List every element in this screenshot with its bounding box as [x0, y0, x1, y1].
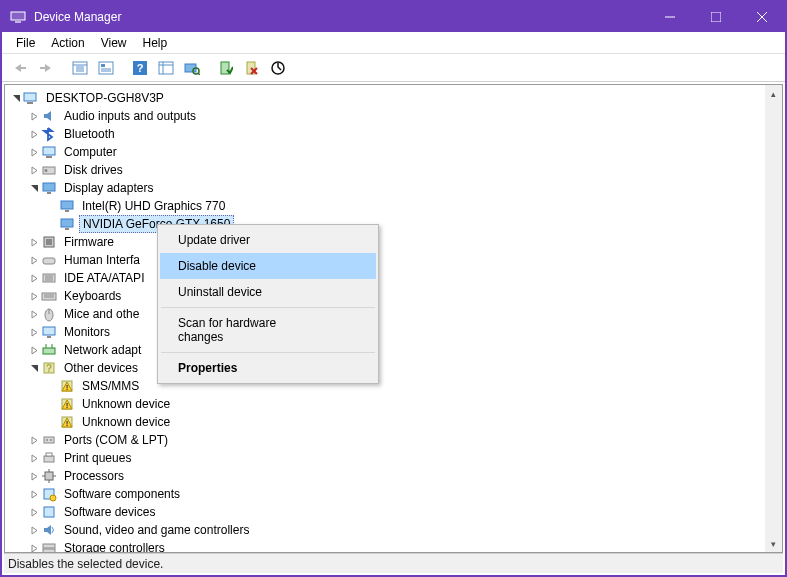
- tree-item-sound-video-and-game-controllers[interactable]: Sound, video and game controllers: [5, 521, 765, 539]
- menu-item-properties[interactable]: Properties: [160, 355, 376, 381]
- help-button[interactable]: ?: [128, 57, 152, 79]
- expand-arrow-icon[interactable]: [27, 163, 41, 177]
- expand-arrow-icon[interactable]: [27, 451, 41, 465]
- bluetooth-icon: [41, 126, 57, 142]
- expand-arrow-icon[interactable]: [27, 145, 41, 159]
- tree-item-print-queues[interactable]: Print queues: [5, 449, 765, 467]
- menu-help[interactable]: Help: [135, 34, 176, 52]
- expand-arrow-icon[interactable]: [27, 253, 41, 267]
- uninstall-device-button[interactable]: [266, 57, 290, 79]
- tree-item-other-devices[interactable]: ?Other devices: [5, 359, 765, 377]
- collapse-arrow-icon[interactable]: [27, 361, 41, 375]
- tree-item-software-devices[interactable]: Software devices: [5, 503, 765, 521]
- audio-icon: [41, 108, 57, 124]
- menu-separator: [161, 307, 375, 308]
- svg-rect-13: [99, 62, 113, 74]
- display-icon: [59, 216, 75, 232]
- expand-arrow-icon[interactable]: [27, 289, 41, 303]
- tree-item-label: Computer: [61, 144, 120, 160]
- expand-arrow-icon[interactable]: [27, 487, 41, 501]
- expand-arrow-icon[interactable]: [27, 469, 41, 483]
- tree-item-unknown-device[interactable]: !Unknown device: [5, 395, 765, 413]
- menu-item-scan-for-hardware-changes[interactable]: Scan for hardware changes: [160, 310, 376, 350]
- close-button[interactable]: [739, 2, 785, 32]
- tree-item-storage-controllers[interactable]: Storage controllers: [5, 539, 765, 552]
- menu-item-uninstall-device[interactable]: Uninstall device: [160, 279, 376, 305]
- display-icon: [41, 180, 57, 196]
- tree-item-root[interactable]: DESKTOP-GGH8V3P: [5, 89, 765, 107]
- warn-icon: !: [59, 414, 75, 430]
- expand-arrow-icon[interactable]: [27, 307, 41, 321]
- tree-item-nvidia-geforce-gtx-1650[interactable]: NVIDIA GeForce GTX 1650: [5, 215, 765, 233]
- tree-item-sms-mms[interactable]: !SMS/MMS: [5, 377, 765, 395]
- scroll-down-button[interactable]: ▾: [765, 535, 782, 552]
- scan-hardware-button[interactable]: [180, 57, 204, 79]
- tree-item-bluetooth[interactable]: Bluetooth: [5, 125, 765, 143]
- svg-rect-6: [20, 67, 26, 69]
- svg-text:!: !: [66, 401, 69, 410]
- menu-item-disable-device[interactable]: Disable device: [160, 253, 376, 279]
- svg-rect-37: [65, 210, 69, 212]
- ports-icon: [41, 432, 57, 448]
- monitor-icon: [41, 324, 57, 340]
- svg-rect-1: [15, 21, 21, 23]
- svg-rect-7: [40, 67, 46, 69]
- tree-item-firmware[interactable]: Firmware: [5, 233, 765, 251]
- svg-rect-3: [711, 12, 721, 22]
- tree-item-audio-inputs-and-outputs[interactable]: Audio inputs and outputs: [5, 107, 765, 125]
- device-tree[interactable]: DESKTOP-GGH8V3PAudio inputs and outputsB…: [5, 85, 765, 552]
- collapse-arrow-icon[interactable]: [9, 91, 23, 105]
- expand-arrow-icon[interactable]: [27, 433, 41, 447]
- scroll-up-button[interactable]: ▴: [765, 85, 782, 102]
- properties-button[interactable]: [94, 57, 118, 79]
- expand-arrow-icon[interactable]: [27, 127, 41, 141]
- forward-button[interactable]: [34, 57, 58, 79]
- tree-item-label: SMS/MMS: [79, 378, 142, 394]
- expand-arrow-icon[interactable]: [27, 325, 41, 339]
- minimize-button[interactable]: [647, 2, 693, 32]
- menu-view[interactable]: View: [93, 34, 135, 52]
- tree-item-intel-r-uhd-graphics-770[interactable]: Intel(R) UHD Graphics 770: [5, 197, 765, 215]
- tree-item-unknown-device[interactable]: !Unknown device: [5, 413, 765, 431]
- enable-device-button[interactable]: [214, 57, 238, 79]
- tree-item-display-adapters[interactable]: Display adapters: [5, 179, 765, 197]
- tree-item-processors[interactable]: Processors: [5, 467, 765, 485]
- maximize-button[interactable]: [693, 2, 739, 32]
- tree-item-mice-and-other-pointing-devices[interactable]: Mice and othe: [5, 305, 765, 323]
- tree-item-label: Software devices: [61, 504, 158, 520]
- tree-item-label: Firmware: [61, 234, 117, 250]
- tree-item-keyboards[interactable]: Keyboards: [5, 287, 765, 305]
- storage-icon: [41, 540, 57, 552]
- vertical-scrollbar[interactable]: ▴ ▾: [765, 85, 782, 552]
- disable-device-button[interactable]: [240, 57, 264, 79]
- expand-arrow-icon[interactable]: [27, 541, 41, 552]
- expand-arrow-icon[interactable]: [27, 235, 41, 249]
- svg-rect-34: [43, 183, 55, 191]
- back-button[interactable]: [8, 57, 32, 79]
- svg-rect-35: [47, 192, 51, 194]
- tree-item-disk-drives[interactable]: Disk drives: [5, 161, 765, 179]
- tree-item-network-adapters[interactable]: Network adapt: [5, 341, 765, 359]
- collapse-arrow-icon[interactable]: [27, 181, 41, 195]
- disk-icon: [41, 162, 57, 178]
- menu-item-update-driver[interactable]: Update driver: [160, 227, 376, 253]
- expand-arrow-icon[interactable]: [27, 271, 41, 285]
- network-icon: [41, 342, 57, 358]
- show-hidden-button[interactable]: [68, 57, 92, 79]
- expand-arrow-icon[interactable]: [27, 505, 41, 519]
- tree-item-monitors[interactable]: Monitors: [5, 323, 765, 341]
- tree-item-ide-ata-atapi-controllers[interactable]: IDE ATA/ATAPI: [5, 269, 765, 287]
- expand-arrow-icon[interactable]: [27, 343, 41, 357]
- svg-point-76: [50, 495, 56, 501]
- menu-action[interactable]: Action: [43, 34, 92, 52]
- tree-item-ports-com-lpt[interactable]: Ports (COM & LPT): [5, 431, 765, 449]
- menu-file[interactable]: File: [8, 34, 43, 52]
- tree-item-label: Unknown device: [79, 396, 173, 412]
- tree-item-human-interface-devices[interactable]: Human Interfa: [5, 251, 765, 269]
- options-button[interactable]: [154, 57, 178, 79]
- expand-arrow-icon[interactable]: [27, 109, 41, 123]
- tree-item-computer[interactable]: Computer: [5, 143, 765, 161]
- tree-item-label: Human Interfa: [61, 252, 143, 268]
- tree-item-software-components[interactable]: Software components: [5, 485, 765, 503]
- expand-arrow-icon[interactable]: [27, 523, 41, 537]
